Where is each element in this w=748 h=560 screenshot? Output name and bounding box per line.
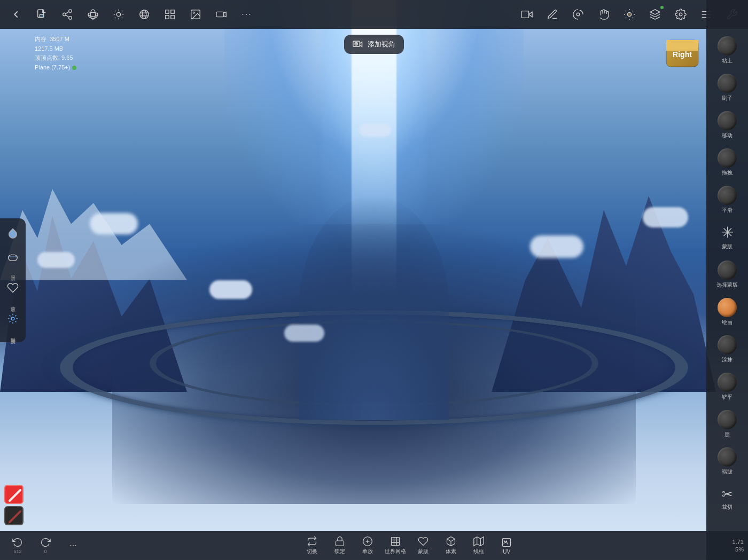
elements-icon [446,536,456,547]
cloud-center-right [530,235,583,258]
layers-panel-button[interactable] [643,3,667,26]
crease-label: 褶皱 [722,468,733,476]
paint-tool-button[interactable]: 绘画 [709,294,745,330]
viewport-camera-button[interactable] [515,3,539,26]
uv-button[interactable]: UV [493,534,520,557]
smear-tool-button[interactable]: 涂抹 [709,331,745,367]
smear-label: 涂抹 [722,356,733,364]
file-button[interactable] [30,3,53,26]
brush-tool-button[interactable]: 刷子 [709,69,745,106]
flatten-label: 蒙版 [722,243,733,250]
mask-left-label: 蒙版 [10,301,17,306]
topology-button[interactable] [566,3,590,26]
svg-rect-11 [166,15,169,19]
svg-point-17 [679,13,682,16]
layer-tool-button[interactable]: 层 [709,406,745,442]
uv-label: UV [503,549,510,555]
svg-rect-1 [40,14,43,18]
redo-button[interactable]: 0 [32,534,59,557]
svg-marker-43 [474,537,484,546]
svg-rect-33 [336,541,344,546]
light-gizmo-button[interactable] [618,3,641,26]
smooth-left-button[interactable] [2,246,24,267]
more-bottom-button[interactable]: ··· [60,534,87,557]
tower-base [299,196,449,420]
transform-button[interactable] [2,308,24,329]
elements-button[interactable]: 体素 [438,534,464,557]
select-mask-icon [718,261,737,280]
switch-button[interactable]: 切换 [299,534,325,557]
wireframe-icon [473,536,484,547]
more-top-button[interactable]: ··· [235,3,259,26]
secondary-color-swatch[interactable] [4,506,24,525]
undo-button[interactable]: 512 [4,534,31,557]
mask-left-button[interactable] [2,277,24,298]
environment-button[interactable] [107,3,130,26]
clay-tool-button[interactable]: 粘土 [709,32,745,68]
main-canvas[interactable] [0,0,748,560]
transform-label: 轴向变换 [10,332,17,338]
svg-point-29 [11,317,14,320]
svg-rect-37 [392,538,400,546]
opacity-tool-button[interactable] [2,223,24,244]
smooth-icon [718,186,737,205]
add-viewport-label: 添加视角 [368,40,395,49]
primary-color-swatch[interactable] [4,485,24,504]
smooth-left-icon [7,251,19,263]
move-tool-button[interactable]: 移动 [709,107,745,143]
svg-point-8 [142,10,146,19]
plane-label: Plane (7.75+) [35,63,70,73]
cut-tool-button[interactable]: ✂ 裁切 [709,480,745,517]
snowflake-icon: ✳ [721,224,734,241]
wireframe-button[interactable]: 线框 [465,534,492,557]
svg-point-4 [69,17,72,19]
flatten2-tool-button[interactable]: 铲平 [709,368,745,405]
scene-button[interactable] [81,3,105,26]
undo-icon [12,537,23,548]
svg-point-14 [193,12,194,13]
share-button[interactable] [56,3,79,26]
toolbar-left: ··· [4,3,259,26]
mask-bottom-label: 蒙版 [418,548,428,555]
back-button[interactable] [4,3,28,26]
settings-button[interactable] [669,3,692,26]
add-viewport-button[interactable]: 添加视角 [344,35,404,54]
snap-button[interactable] [158,3,182,26]
mask-bottom-button[interactable]: 蒙版 [410,534,437,557]
mask-left-icon [7,282,19,294]
grab-button[interactable] [592,3,615,26]
svg-rect-25 [666,40,698,51]
svg-rect-16 [521,11,529,18]
layers-indicator-dot [660,6,664,9]
svg-line-32 [7,509,22,524]
top-toolbar: ··· [0,0,748,29]
crease-tool-button[interactable]: 褶皱 [709,443,745,479]
world-grid-label: 世界网格 [385,548,406,555]
video-button[interactable] [209,3,233,26]
render-button[interactable] [133,3,156,26]
drag-tool-button[interactable]: 拖拽 [709,144,745,180]
vram-value: 1217.5 MB [35,45,63,52]
svg-rect-46 [503,538,511,546]
view-cube[interactable]: Right [664,35,701,72]
single-button[interactable]: 单放 [354,534,381,557]
eraser-stroke-icon [5,507,25,526]
wireframe-label: 线框 [473,548,484,555]
info-overlay: 内存 3507 M 1217.5 MB 顶顶点数: 9.65 Plane (7.… [35,35,76,72]
brush-icon [718,74,737,93]
svg-rect-27 [9,255,18,261]
cloud-bottom [284,325,324,342]
bottom-toolbar: 512 0 ··· 切换 锁定 单放 世界网格 [0,531,748,560]
flatten-tool-button[interactable]: ✳ 蒙版 [709,219,745,255]
image-button[interactable] [184,3,207,26]
single-icon [362,536,373,547]
lock-button[interactable]: 锁定 [326,534,353,557]
svg-point-7 [140,10,149,19]
switch-icon [307,536,317,547]
switch-label: 切换 [307,548,317,555]
select-mask-button[interactable]: 选择蒙版 [709,256,745,293]
smooth-tool-button[interactable]: 平滑 [709,182,745,218]
elements-label: 体素 [446,548,456,555]
sculpt-button[interactable] [541,3,564,26]
world-grid-button[interactable]: 世界网格 [382,534,409,557]
